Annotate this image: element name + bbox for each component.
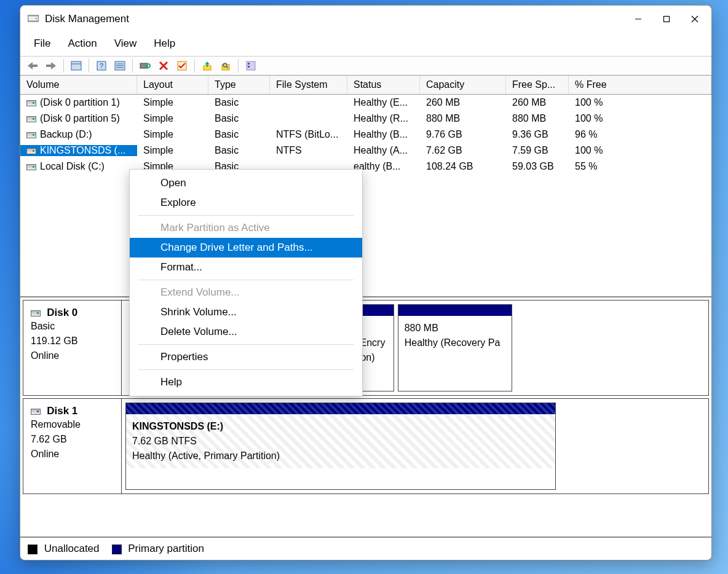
- refresh-icon[interactable]: [136, 58, 154, 74]
- disk-0-row[interactable]: Disk 0 Basic 119.12 GB Online ncrypted) …: [23, 300, 709, 396]
- col-status[interactable]: Status: [347, 76, 420, 94]
- disk-1-info: Disk 1 Removable 7.62 GB Online: [23, 399, 122, 493]
- svg-rect-26: [248, 66, 250, 68]
- help-icon[interactable]: ?: [93, 58, 110, 74]
- delete-icon[interactable]: [155, 58, 172, 74]
- ctx-extend: Extend Volume...: [130, 283, 362, 302]
- disk-0-info: Disk 0 Basic 119.12 GB Online: [23, 301, 122, 395]
- ctx-change-drive-letter[interactable]: Change Drive Letter and Paths...: [130, 238, 362, 258]
- svg-text:?: ?: [100, 62, 103, 69]
- volume-row[interactable]: (Disk 0 partition 5)SimpleBasicHealthy (…: [20, 111, 711, 127]
- disk-1-name: Disk 1: [47, 405, 77, 417]
- svg-point-2: [36, 18, 37, 19]
- col-type[interactable]: Type: [208, 76, 270, 94]
- kingston-title: KINGSTONSDS (E:): [132, 421, 223, 431]
- window-title: Disk Management: [45, 13, 624, 25]
- menu-help[interactable]: Help: [145, 35, 184, 52]
- col-pctfree[interactable]: % Free: [569, 76, 711, 94]
- legend: Unallocated Primary partition: [20, 537, 711, 560]
- upload-icon[interactable]: [199, 58, 216, 74]
- disk-icon: [31, 409, 41, 415]
- context-menu: Open Explore Mark Partition as Active Ch…: [129, 169, 363, 396]
- svg-rect-25: [248, 63, 250, 65]
- col-layout[interactable]: Layout: [137, 76, 208, 94]
- forward-button[interactable]: [42, 58, 60, 74]
- disk-icon: [31, 310, 41, 316]
- menu-view[interactable]: View: [106, 35, 146, 52]
- col-capacity[interactable]: Capacity: [420, 76, 506, 94]
- minimize-button[interactable]: [624, 9, 652, 29]
- volume-row[interactable]: KINGSTONSDS (...SimpleBasicNTFSHealthy (…: [20, 143, 711, 159]
- disk-1-size: 7.62 GB: [31, 432, 114, 447]
- ctx-explore[interactable]: Explore: [130, 193, 362, 213]
- volume-row[interactable]: Local Disk (C:)SimpleBasicealthy (B...10…: [20, 159, 711, 175]
- disk-0-state: Online: [31, 348, 114, 363]
- svg-rect-7: [71, 61, 81, 70]
- titlebar: Disk Management: [20, 6, 711, 33]
- volume-row[interactable]: (Disk 0 partition 1)SimpleBasicHealthy (…: [20, 95, 711, 111]
- legend-primary-swatch: [112, 545, 122, 554]
- close-button[interactable]: [681, 9, 709, 29]
- volume-list-header: Volume Layout Type File System Status Ca…: [20, 76, 711, 95]
- menu-action[interactable]: Action: [59, 35, 105, 52]
- legend-unallocated-swatch: [28, 545, 38, 554]
- ctx-format[interactable]: Format...: [130, 258, 362, 277]
- volume-row[interactable]: Backup (D:)SimpleBasicNTFS (BitLo...Heal…: [20, 127, 711, 143]
- disk-management-window: Disk Management File Action View Help ? …: [20, 5, 712, 560]
- menu-file[interactable]: File: [25, 35, 59, 52]
- check-icon[interactable]: [173, 58, 191, 74]
- ctx-delete[interactable]: Delete Volume...: [130, 322, 362, 342]
- ctx-mark-active: Mark Partition as Active: [130, 218, 362, 238]
- app-icon: [28, 14, 39, 24]
- svg-point-16: [146, 64, 150, 68]
- options-icon[interactable]: [242, 58, 259, 74]
- col-filesystem[interactable]: File System: [270, 76, 347, 94]
- legend-primary: Primary partition: [128, 543, 204, 554]
- disk-graphic-pane: Disk 0 Basic 119.12 GB Online ncrypted) …: [20, 297, 711, 537]
- disk-0-size: 119.12 GB: [31, 334, 114, 348]
- properties-icon[interactable]: [68, 58, 85, 74]
- disk-1-row[interactable]: Disk 1 Removable 7.62 GB Online KINGSTON…: [23, 398, 709, 494]
- col-volume[interactable]: Volume: [20, 76, 137, 94]
- col-free[interactable]: Free Sp...: [506, 76, 569, 94]
- ctx-help[interactable]: Help: [130, 372, 362, 392]
- disk-1-type: Removable: [31, 417, 114, 432]
- back-button[interactable]: [24, 58, 41, 74]
- maximize-button[interactable]: [652, 9, 681, 29]
- search-icon[interactable]: [217, 58, 234, 74]
- disk-1-state: Online: [31, 447, 114, 462]
- menubar: File Action View Help: [20, 33, 711, 56]
- ctx-shrink[interactable]: Shrink Volume...: [130, 302, 362, 322]
- disk0-partition-recovery[interactable]: 880 MB Healthy (Recovery Pa: [398, 304, 512, 391]
- list-icon[interactable]: [111, 58, 129, 74]
- legend-unallocated: Unallocated: [44, 543, 100, 554]
- ctx-open[interactable]: Open: [130, 173, 362, 193]
- svg-rect-4: [664, 17, 670, 22]
- disk-0-type: Basic: [31, 319, 114, 334]
- disk1-partition-kingston[interactable]: KINGSTONSDS (E:) 7.62 GB NTFS Healthy (A…: [125, 403, 556, 490]
- toolbar: ?: [20, 56, 711, 76]
- volume-list: (Disk 0 partition 1)SimpleBasicHealthy (…: [20, 95, 711, 297]
- disk-0-name: Disk 0: [47, 307, 77, 318]
- ctx-properties[interactable]: Properties: [130, 347, 362, 367]
